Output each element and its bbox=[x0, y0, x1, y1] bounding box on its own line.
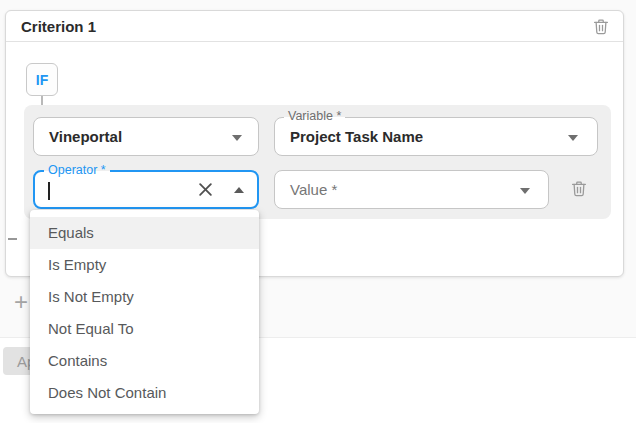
source-select-value: Vineportal bbox=[34, 128, 122, 145]
menu-item-is-not-empty[interactable]: Is Not Empty bbox=[30, 281, 259, 313]
if-badge-label: IF bbox=[36, 72, 48, 88]
add-criterion-button[interactable]: + bbox=[10, 290, 32, 314]
operator-combobox[interactable]: Operator * bbox=[33, 170, 259, 209]
menu-item-equals[interactable]: Equals bbox=[30, 217, 259, 249]
text-cursor bbox=[48, 182, 50, 200]
variable-select-value: Project Task Name bbox=[275, 128, 423, 145]
caret-up-icon[interactable] bbox=[234, 187, 244, 193]
caret-down-icon bbox=[568, 135, 578, 141]
delete-condition-row-button[interactable] bbox=[570, 179, 588, 198]
delete-criterion-button[interactable] bbox=[592, 17, 610, 36]
plus-icon: + bbox=[14, 288, 28, 315]
if-badge: IF bbox=[26, 63, 58, 96]
trash-icon bbox=[592, 17, 610, 36]
operator-label: Operator * bbox=[44, 163, 110, 178]
menu-item-is-empty[interactable]: Is Empty bbox=[30, 249, 259, 281]
variable-label: Variable * bbox=[284, 109, 345, 124]
value-select-placeholder: Value * bbox=[275, 181, 337, 198]
caret-down-icon bbox=[520, 188, 530, 194]
menu-item-does-not-contain[interactable]: Does Not Contain bbox=[30, 377, 259, 409]
operator-dropdown-menu: Equals Is Empty Is Not Empty Not Equal T… bbox=[30, 210, 259, 414]
obscured-control-fragment bbox=[8, 238, 17, 240]
criterion-card-header: Criterion 1 bbox=[6, 11, 623, 42]
source-select[interactable]: Vineportal bbox=[33, 117, 259, 156]
variable-select[interactable]: Variable * Project Task Name bbox=[274, 117, 598, 156]
value-select[interactable]: Value * bbox=[274, 170, 549, 209]
x-icon bbox=[198, 182, 213, 197]
trash-icon bbox=[570, 179, 588, 198]
criterion-title: Criterion 1 bbox=[21, 18, 96, 35]
menu-item-contains[interactable]: Contains bbox=[30, 345, 259, 377]
operator-clear-button[interactable] bbox=[198, 182, 213, 197]
criteria-builder-screen: Criterion 1 IF Vineportal Variabl bbox=[0, 0, 636, 423]
menu-item-not-equal-to[interactable]: Not Equal To bbox=[30, 313, 259, 345]
caret-down-icon bbox=[232, 135, 242, 141]
